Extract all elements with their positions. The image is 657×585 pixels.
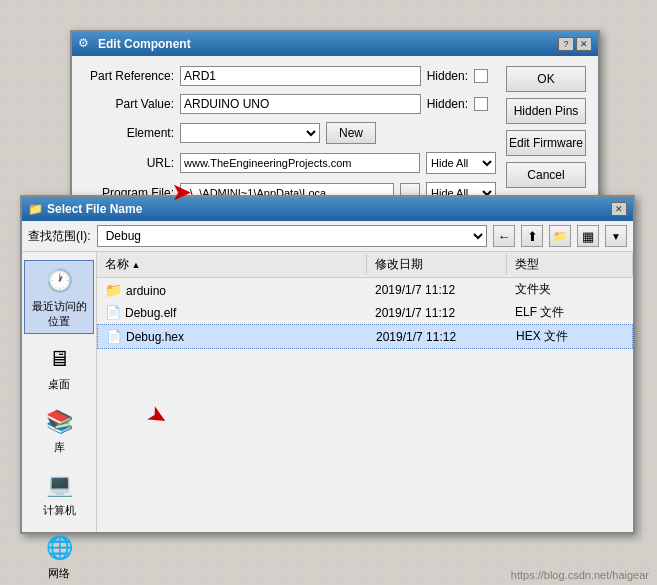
red-arrow-annotation: ➤ xyxy=(172,180,190,206)
close-button[interactable]: ✕ xyxy=(576,37,592,51)
sidebar-item-desktop[interactable]: 🖥 桌面 xyxy=(24,338,94,397)
file-name-cell: 📄Debug.hex xyxy=(98,328,368,345)
sidebar-item-recent[interactable]: 🕐 最近访问的位置 xyxy=(24,260,94,334)
file-list-header: 名称 修改日期 类型 xyxy=(97,252,633,278)
hidden-checkbox-pv[interactable] xyxy=(474,97,488,111)
sidebar-item-library[interactable]: 📚 库 xyxy=(24,401,94,460)
help-button[interactable]: ? xyxy=(558,37,574,51)
file-doc-icon: 📄 xyxy=(106,329,122,344)
part-value-input[interactable] xyxy=(180,94,421,114)
file-type-cell: ELF 文件 xyxy=(507,303,633,322)
file-doc-icon: 📄 xyxy=(105,305,121,320)
url-hide-all-select[interactable]: Hide All xyxy=(426,152,496,174)
hidden-right-pr: Hidden: xyxy=(427,69,488,83)
file-dialog-titlebar: 📁 Select File Name ✕ xyxy=(22,197,633,221)
file-titlebar-controls: ✕ xyxy=(611,202,627,216)
computer-icon: 💻 xyxy=(43,469,75,501)
col-header-date[interactable]: 修改日期 xyxy=(367,254,507,275)
file-row[interactable]: 📄Debug.hex2019/1/7 11:12HEX 文件 xyxy=(97,324,633,349)
file-titlebar-left: 📁 Select File Name xyxy=(28,202,142,216)
network-label: 网络 xyxy=(48,566,70,581)
hidden-right-pv: Hidden: xyxy=(427,97,488,111)
file-name-cell: 📄Debug.elf xyxy=(97,304,367,321)
part-value-label: Part Value: xyxy=(84,97,174,111)
col-header-name[interactable]: 名称 xyxy=(97,254,367,275)
location-label: 查找范围(I): xyxy=(28,228,91,245)
cancel-button[interactable]: Cancel xyxy=(506,162,586,188)
desktop-icon: 🖥 xyxy=(43,343,75,375)
file-type-cell: HEX 文件 xyxy=(508,327,632,346)
url-label: URL: xyxy=(84,156,174,170)
file-dialog-toolbar: 查找范围(I): Debug ← ⬆ 📁 ▦ ▼ xyxy=(22,221,633,252)
part-reference-input[interactable] xyxy=(180,66,421,86)
view-button[interactable]: ▦ xyxy=(577,225,599,247)
edit-component-title: Edit Component xyxy=(98,37,191,51)
dialog-right-buttons: OK Hidden Pins Edit Firmware Cancel xyxy=(506,66,586,212)
sidebar-item-computer[interactable]: 💻 计算机 xyxy=(24,464,94,523)
select-file-dialog: 📁 Select File Name ✕ 查找范围(I): Debug ← ⬆ … xyxy=(20,195,635,534)
hidden-label-pv: Hidden: xyxy=(427,97,468,111)
url-row: URL: Hide All xyxy=(84,152,496,174)
hidden-checkbox-pr[interactable] xyxy=(474,69,488,83)
sidebar-item-network[interactable]: 🌐 网络 xyxy=(24,527,94,585)
desktop-label: 桌面 xyxy=(48,377,70,392)
up-button[interactable]: ⬆ xyxy=(521,225,543,247)
file-type-cell: 文件夹 xyxy=(507,280,633,299)
url-input[interactable] xyxy=(180,153,420,173)
file-date-cell: 2019/1/7 11:12 xyxy=(367,305,507,321)
file-name-cell: 📁arduino xyxy=(97,281,367,299)
part-reference-label: Part Reference: xyxy=(84,69,174,83)
back-button[interactable]: ← xyxy=(493,225,515,247)
titlebar-controls: ? ✕ xyxy=(558,37,592,51)
location-select[interactable]: Debug xyxy=(97,225,487,247)
new-button[interactable]: New xyxy=(326,122,376,144)
file-dialog-title: Select File Name xyxy=(47,202,142,216)
folder-icon: 📁 xyxy=(105,282,122,298)
file-rows-container: 📁arduino2019/1/7 11:12文件夹📄Debug.elf2019/… xyxy=(97,278,633,349)
watermark: https://blog.csdn.net/haigear xyxy=(511,569,649,581)
file-row[interactable]: 📁arduino2019/1/7 11:12文件夹 xyxy=(97,278,633,301)
new-folder-button[interactable]: 📁 xyxy=(549,225,571,247)
file-row[interactable]: 📄Debug.elf2019/1/7 11:12ELF 文件 xyxy=(97,301,633,324)
hidden-pins-button[interactable]: Hidden Pins xyxy=(506,98,586,124)
file-dialog-main: 🕐 最近访问的位置 🖥 桌面 📚 库 💻 计算机 🌐 网络 xyxy=(22,252,633,532)
computer-label: 计算机 xyxy=(43,503,76,518)
part-value-row: Part Value: Hidden: xyxy=(84,94,496,114)
recent-icon: 🕐 xyxy=(43,265,75,297)
dialog-main-content: Part Reference: Hidden: Part Value: Hidd… xyxy=(84,66,496,212)
component-icon: ⚙ xyxy=(78,36,94,52)
view-dropdown-button[interactable]: ▼ xyxy=(605,225,627,247)
edit-firmware-button[interactable]: Edit Firmware xyxy=(506,130,586,156)
file-date-cell: 2019/1/7 11:12 xyxy=(367,282,507,298)
file-list-area: 名称 修改日期 类型 📁arduino2019/1/7 11:12文件夹📄Deb… xyxy=(97,252,633,532)
file-dialog-close-button[interactable]: ✕ xyxy=(611,202,627,216)
network-icon: 🌐 xyxy=(43,532,75,564)
part-reference-row: Part Reference: Hidden: xyxy=(84,66,496,86)
element-select[interactable] xyxy=(180,123,320,143)
library-icon: 📚 xyxy=(43,406,75,438)
file-sidebar: 🕐 最近访问的位置 🖥 桌面 📚 库 💻 计算机 🌐 网络 xyxy=(22,252,97,532)
hidden-label-pr: Hidden: xyxy=(427,69,468,83)
library-label: 库 xyxy=(54,440,65,455)
ok-button[interactable]: OK xyxy=(506,66,586,92)
recent-label: 最近访问的位置 xyxy=(27,299,91,329)
file-dialog-icon: 📁 xyxy=(28,202,43,216)
element-row: Element: New xyxy=(84,122,496,144)
edit-component-titlebar: ⚙ Edit Component ? ✕ xyxy=(72,32,598,56)
file-date-cell: 2019/1/7 11:12 xyxy=(368,329,508,345)
titlebar-left: ⚙ Edit Component xyxy=(78,36,191,52)
element-label: Element: xyxy=(84,126,174,140)
col-header-type[interactable]: 类型 xyxy=(507,254,633,275)
